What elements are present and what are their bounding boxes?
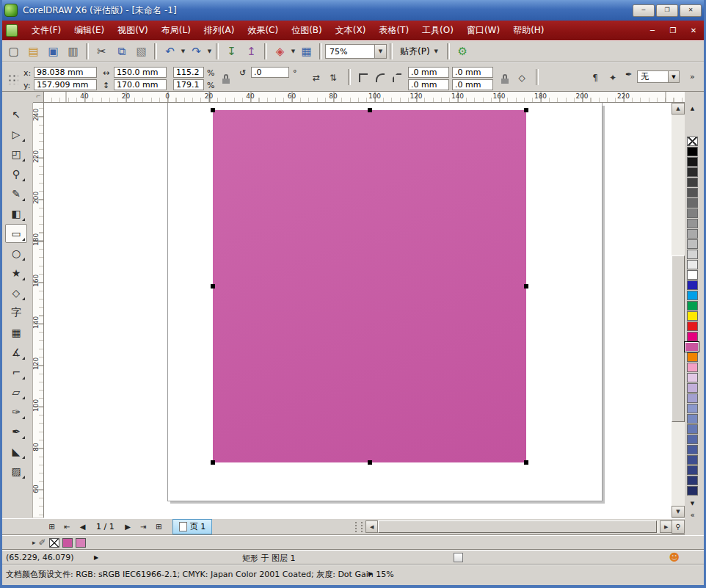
palette-swatch[interactable] (687, 198, 698, 208)
chamfer-corner-button[interactable] (389, 70, 405, 86)
palette-scroll-down-button[interactable]: ▼ (687, 499, 698, 507)
corner-radius-tl-field[interactable]: .0 mm (408, 67, 449, 78)
selection-handle-top-middle[interactable] (368, 108, 372, 112)
mdi-minimize-button[interactable]: ─ (646, 25, 659, 37)
palette-swatch[interactable] (687, 435, 698, 444)
connector-tool[interactable]: ⌐ (5, 363, 27, 382)
x-position-field[interactable]: 98.038 mm (34, 67, 97, 78)
selection-handle-middle-right[interactable] (524, 284, 528, 288)
object-width-field[interactable]: 150.0 mm (114, 67, 167, 78)
palette-swatch[interactable] (687, 270, 698, 280)
palette-swatch[interactable] (687, 486, 698, 496)
redo-button[interactable]: ↷ (186, 42, 206, 61)
selection-handle-top-right[interactable] (524, 108, 528, 112)
palette-swatch[interactable] (687, 332, 698, 341)
crop-tool[interactable]: ◰ (5, 145, 27, 164)
palette-swatch[interactable] (687, 157, 698, 167)
lock-ratio-button[interactable] (219, 71, 233, 86)
palette-swatch[interactable] (687, 373, 698, 382)
palette-swatch[interactable] (687, 208, 698, 218)
scroll-left-button[interactable]: ◀ (365, 520, 378, 533)
palette-swatch[interactable] (687, 147, 698, 156)
selection-handle-middle-left[interactable] (211, 284, 215, 288)
polygon-tool[interactable]: ★ (5, 264, 27, 283)
document-palette-swatch[interactable] (76, 538, 86, 548)
palette-swatch[interactable] (685, 342, 699, 352)
color-eyedropper-tool[interactable]: ✑ (5, 402, 27, 421)
menu-item-help[interactable]: 帮助(H) (506, 21, 550, 40)
status-expander-icon[interactable]: ▶ (94, 554, 98, 561)
corner-radius-br-field[interactable]: .0 mm (452, 79, 493, 90)
selection-handle-top-left[interactable] (211, 108, 215, 112)
corner-radius-bl-field[interactable]: .0 mm (408, 79, 449, 90)
shape-tool[interactable]: ▷ (5, 125, 27, 144)
palette-swatch[interactable] (687, 393, 698, 403)
export-button[interactable]: ↥ (241, 42, 261, 61)
horizontal-ruler[interactable]: 4020020406080100120140160180200220 (44, 92, 685, 103)
zoom-dropdown-icon[interactable]: ▼ (374, 45, 386, 58)
ruler-origin-button[interactable]: ⌐ (33, 92, 44, 103)
selected-rectangle-object[interactable] (213, 110, 526, 462)
palette-swatch[interactable] (687, 311, 698, 321)
horizontal-scroll-thumb[interactable] (378, 520, 657, 533)
scroll-down-button[interactable]: ▼ (672, 506, 685, 518)
palette-swatch[interactable] (687, 404, 698, 413)
palette-swatch[interactable] (687, 352, 698, 362)
document-palette-none-swatch[interactable] (49, 538, 59, 548)
drawing-canvas[interactable] (44, 103, 672, 518)
save-button[interactable]: ▣ (43, 42, 63, 61)
blend-tool[interactable]: ▱ (5, 382, 27, 402)
rectangle-tool[interactable]: ▭ (5, 224, 27, 243)
table-tool[interactable]: ▦ (5, 323, 27, 342)
palette-swatch[interactable] (687, 414, 698, 424)
palette-swatch[interactable] (687, 383, 698, 393)
first-page-button[interactable]: ⇤ (59, 520, 75, 534)
menu-item-edit[interactable]: 编辑(E) (68, 21, 111, 40)
add-page-before-button[interactable]: ⊞ (44, 520, 59, 534)
ellipse-tool[interactable]: ○ (5, 244, 27, 263)
edit-corners-together-button[interactable] (498, 71, 512, 86)
print-button[interactable]: ▥ (63, 42, 83, 61)
palette-swatch[interactable] (687, 301, 698, 311)
options-button[interactable]: ⚙ (453, 42, 473, 61)
mirror-vertical-button[interactable]: ⇅ (325, 70, 341, 86)
previous-page-button[interactable]: ◀ (75, 520, 90, 534)
palette-swatch[interactable] (687, 424, 698, 434)
palette-swatch[interactable] (687, 445, 698, 454)
selection-handle-bottom-left[interactable] (211, 460, 215, 465)
snap-to-dropdown[interactable]: 贴齐(P)▼ (396, 41, 444, 62)
menu-item-layout[interactable]: 布局(L) (155, 21, 197, 40)
open-button[interactable]: ▤ (23, 42, 43, 61)
toolbar-overflow-icon[interactable]: » (690, 72, 695, 81)
menu-item-tools[interactable]: 工具(O) (415, 21, 460, 40)
palette-swatch[interactable] (687, 465, 698, 475)
import-button[interactable]: ↧ (222, 42, 241, 61)
undo-button-dropdown-icon[interactable]: ▼ (180, 43, 186, 60)
dimension-tool[interactable]: ∡ (5, 343, 27, 362)
application-launcher-button-dropdown-icon[interactable]: ▼ (290, 43, 296, 60)
palette-swatch[interactable] (687, 239, 698, 249)
document-palette-flyout-button[interactable]: ▸ (32, 539, 36, 546)
object-position-grid-icon[interactable] (4, 71, 21, 86)
basic-shapes-tool[interactable]: ◇ (5, 283, 27, 302)
paste-button[interactable]: ▧ (131, 42, 151, 61)
vertical-scroll-thumb[interactable] (672, 255, 685, 422)
palette-swatch[interactable] (687, 167, 698, 177)
palette-swatch[interactable] (687, 476, 698, 485)
menu-item-table[interactable]: 表格(T) (372, 21, 415, 40)
scale-x-field[interactable]: 115.2 (173, 67, 204, 78)
palette-swatch[interactable] (687, 291, 698, 300)
relative-corner-scaling-button[interactable]: ◇ (514, 70, 530, 86)
zoom-tool[interactable]: ⚲ (5, 164, 27, 184)
palette-swatch[interactable] (687, 178, 698, 187)
zoom-level-select[interactable]: 75%▼ (325, 44, 387, 59)
interactive-fill-tool[interactable]: ▨ (5, 462, 27, 481)
menu-item-bitmaps[interactable]: 位图(B) (285, 21, 329, 40)
horizontal-scrollbar[interactable]: ◀ ▶ (365, 520, 672, 533)
outline-pen-tool[interactable]: ✒ (5, 422, 27, 441)
smart-fill-tool[interactable]: ◧ (5, 204, 27, 223)
document-palette-tool-icon[interactable]: ✐ (39, 537, 46, 548)
freehand-tool[interactable]: ✎ (5, 184, 27, 203)
palette-swatch-none[interactable] (687, 137, 698, 146)
selection-handle-bottom-right[interactable] (524, 460, 528, 465)
